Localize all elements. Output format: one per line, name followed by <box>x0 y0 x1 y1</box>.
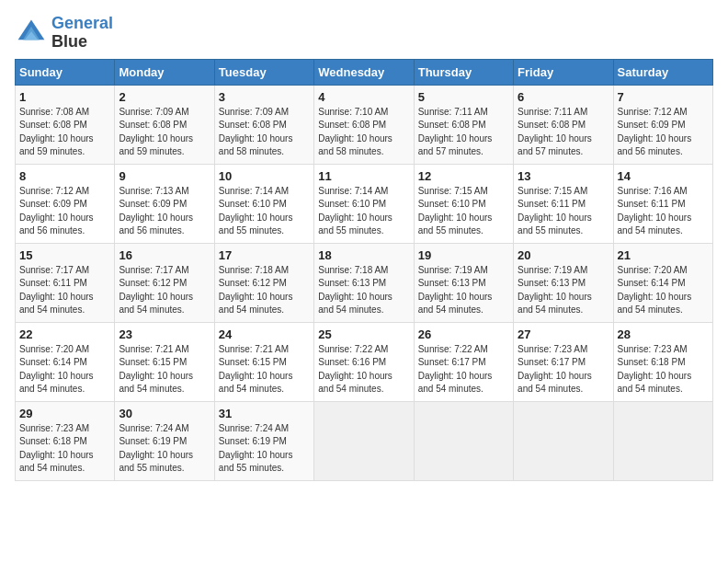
day-number: 19 <box>418 248 509 262</box>
calendar-cell: 7 Sunrise: 7:12 AM Sunset: 6:09 PM Dayli… <box>613 85 712 164</box>
day-info: Sunrise: 7:17 AM Sunset: 6:11 PM Dayligh… <box>19 264 110 317</box>
day-info: Sunrise: 7:24 AM Sunset: 6:19 PM Dayligh… <box>219 422 310 476</box>
day-number: 8 <box>19 169 110 183</box>
day-number: 14 <box>618 169 709 183</box>
logo-text: General Blue <box>51 15 113 52</box>
day-info: Sunrise: 7:24 AM Sunset: 6:19 PM Dayligh… <box>119 422 210 476</box>
day-info: Sunrise: 7:22 AM Sunset: 6:16 PM Dayligh… <box>318 343 409 396</box>
day-info: Sunrise: 7:19 AM Sunset: 6:13 PM Dayligh… <box>418 264 509 317</box>
day-info: Sunrise: 7:22 AM Sunset: 6:17 PM Dayligh… <box>418 343 509 396</box>
day-number: 10 <box>219 169 310 183</box>
day-number: 23 <box>119 327 210 341</box>
day-number: 1 <box>19 90 110 104</box>
day-info: Sunrise: 7:17 AM Sunset: 6:12 PM Dayligh… <box>119 264 210 317</box>
calendar-week-1: 1 Sunrise: 7:08 AM Sunset: 6:08 PM Dayli… <box>16 85 713 164</box>
logo: General Blue <box>15 15 113 52</box>
day-number: 2 <box>119 90 210 104</box>
day-number: 9 <box>119 169 210 183</box>
calendar-cell: 15 Sunrise: 7:17 AM Sunset: 6:11 PM Dayl… <box>16 243 115 322</box>
day-info: Sunrise: 7:23 AM Sunset: 6:17 PM Dayligh… <box>518 343 609 396</box>
day-number: 7 <box>618 90 709 104</box>
calendar-cell: 20 Sunrise: 7:19 AM Sunset: 6:13 PM Dayl… <box>514 243 613 322</box>
calendar-week-3: 15 Sunrise: 7:17 AM Sunset: 6:11 PM Dayl… <box>16 243 713 322</box>
day-number: 6 <box>518 90 609 104</box>
calendar-cell <box>314 401 414 480</box>
calendar-week-5: 29 Sunrise: 7:23 AM Sunset: 6:18 PM Dayl… <box>16 401 713 480</box>
day-info: Sunrise: 7:20 AM Sunset: 6:14 PM Dayligh… <box>19 343 110 396</box>
calendar-cell: 24 Sunrise: 7:21 AM Sunset: 6:15 PM Dayl… <box>214 322 313 401</box>
day-number: 4 <box>318 90 409 104</box>
day-number: 30 <box>119 407 210 420</box>
day-info: Sunrise: 7:19 AM Sunset: 6:13 PM Dayligh… <box>518 264 609 317</box>
calendar-cell: 25 Sunrise: 7:22 AM Sunset: 6:16 PM Dayl… <box>314 322 414 401</box>
day-number: 27 <box>518 327 609 341</box>
calendar-cell: 4 Sunrise: 7:10 AM Sunset: 6:08 PM Dayli… <box>314 85 414 164</box>
calendar-cell: 27 Sunrise: 7:23 AM Sunset: 6:17 PM Dayl… <box>514 322 613 401</box>
day-number: 13 <box>518 169 609 183</box>
day-info: Sunrise: 7:20 AM Sunset: 6:14 PM Dayligh… <box>618 264 709 317</box>
day-number: 18 <box>318 248 409 262</box>
day-info: Sunrise: 7:23 AM Sunset: 6:18 PM Dayligh… <box>19 422 110 476</box>
day-number: 21 <box>618 248 709 262</box>
column-header-wednesday: Wednesday <box>314 59 414 85</box>
calendar-cell: 2 Sunrise: 7:09 AM Sunset: 6:08 PM Dayli… <box>115 85 214 164</box>
calendar-cell: 26 Sunrise: 7:22 AM Sunset: 6:17 PM Dayl… <box>414 322 513 401</box>
day-info: Sunrise: 7:18 AM Sunset: 6:13 PM Dayligh… <box>318 264 409 317</box>
calendar-cell: 12 Sunrise: 7:15 AM Sunset: 6:10 PM Dayl… <box>414 164 513 243</box>
calendar-cell: 22 Sunrise: 7:20 AM Sunset: 6:14 PM Dayl… <box>16 322 115 401</box>
column-header-thursday: Thursday <box>414 59 513 85</box>
calendar-cell: 21 Sunrise: 7:20 AM Sunset: 6:14 PM Dayl… <box>613 243 712 322</box>
day-number: 5 <box>418 90 509 104</box>
column-header-sunday: Sunday <box>16 59 115 85</box>
day-number: 25 <box>318 327 409 341</box>
day-info: Sunrise: 7:10 AM Sunset: 6:08 PM Dayligh… <box>318 106 409 159</box>
day-info: Sunrise: 7:23 AM Sunset: 6:18 PM Dayligh… <box>618 343 709 396</box>
day-info: Sunrise: 7:15 AM Sunset: 6:11 PM Dayligh… <box>518 185 609 238</box>
day-info: Sunrise: 7:09 AM Sunset: 6:08 PM Dayligh… <box>119 106 210 159</box>
day-number: 15 <box>19 248 110 262</box>
calendar-cell: 9 Sunrise: 7:13 AM Sunset: 6:09 PM Dayli… <box>115 164 214 243</box>
day-number: 26 <box>418 327 509 341</box>
day-info: Sunrise: 7:09 AM Sunset: 6:08 PM Dayligh… <box>219 106 310 159</box>
day-info: Sunrise: 7:16 AM Sunset: 6:11 PM Dayligh… <box>618 185 709 238</box>
day-number: 31 <box>219 407 310 420</box>
day-info: Sunrise: 7:15 AM Sunset: 6:10 PM Dayligh… <box>418 185 509 238</box>
calendar-cell: 10 Sunrise: 7:14 AM Sunset: 6:10 PM Dayl… <box>214 164 313 243</box>
day-number: 17 <box>219 248 310 262</box>
calendar-cell: 18 Sunrise: 7:18 AM Sunset: 6:13 PM Dayl… <box>314 243 414 322</box>
calendar-header: SundayMondayTuesdayWednesdayThursdayFrid… <box>16 59 713 85</box>
column-header-friday: Friday <box>514 59 613 85</box>
calendar-cell: 19 Sunrise: 7:19 AM Sunset: 6:13 PM Dayl… <box>414 243 513 322</box>
calendar-cell: 16 Sunrise: 7:17 AM Sunset: 6:12 PM Dayl… <box>115 243 214 322</box>
calendar-week-2: 8 Sunrise: 7:12 AM Sunset: 6:09 PM Dayli… <box>16 164 713 243</box>
calendar-cell: 14 Sunrise: 7:16 AM Sunset: 6:11 PM Dayl… <box>613 164 712 243</box>
day-number: 29 <box>19 407 110 420</box>
calendar-cell: 11 Sunrise: 7:14 AM Sunset: 6:10 PM Dayl… <box>314 164 414 243</box>
calendar-cell: 13 Sunrise: 7:15 AM Sunset: 6:11 PM Dayl… <box>514 164 613 243</box>
day-info: Sunrise: 7:14 AM Sunset: 6:10 PM Dayligh… <box>219 185 310 238</box>
column-header-tuesday: Tuesday <box>214 59 313 85</box>
day-info: Sunrise: 7:21 AM Sunset: 6:15 PM Dayligh… <box>219 343 310 396</box>
calendar-cell: 1 Sunrise: 7:08 AM Sunset: 6:08 PM Dayli… <box>16 85 115 164</box>
column-header-saturday: Saturday <box>613 59 712 85</box>
day-number: 3 <box>219 90 310 104</box>
calendar-cell: 5 Sunrise: 7:11 AM Sunset: 6:08 PM Dayli… <box>414 85 513 164</box>
calendar-cell: 3 Sunrise: 7:09 AM Sunset: 6:08 PM Dayli… <box>214 85 313 164</box>
day-number: 22 <box>19 327 110 341</box>
day-info: Sunrise: 7:08 AM Sunset: 6:08 PM Dayligh… <box>19 106 110 159</box>
calendar-cell: 30 Sunrise: 7:24 AM Sunset: 6:19 PM Dayl… <box>115 401 214 480</box>
day-info: Sunrise: 7:11 AM Sunset: 6:08 PM Dayligh… <box>518 106 609 159</box>
day-info: Sunrise: 7:18 AM Sunset: 6:12 PM Dayligh… <box>219 264 310 317</box>
calendar-table: SundayMondayTuesdayWednesdayThursdayFrid… <box>15 59 713 481</box>
day-info: Sunrise: 7:11 AM Sunset: 6:08 PM Dayligh… <box>418 106 509 159</box>
calendar-cell: 6 Sunrise: 7:11 AM Sunset: 6:08 PM Dayli… <box>514 85 613 164</box>
calendar-week-4: 22 Sunrise: 7:20 AM Sunset: 6:14 PM Dayl… <box>16 322 713 401</box>
column-header-monday: Monday <box>115 59 214 85</box>
calendar-cell <box>613 401 712 480</box>
calendar-cell: 23 Sunrise: 7:21 AM Sunset: 6:15 PM Dayl… <box>115 322 214 401</box>
calendar-cell: 8 Sunrise: 7:12 AM Sunset: 6:09 PM Dayli… <box>16 164 115 243</box>
day-number: 24 <box>219 327 310 341</box>
calendar-cell: 28 Sunrise: 7:23 AM Sunset: 6:18 PM Dayl… <box>613 322 712 401</box>
day-number: 28 <box>618 327 709 341</box>
logo-icon <box>15 17 48 50</box>
